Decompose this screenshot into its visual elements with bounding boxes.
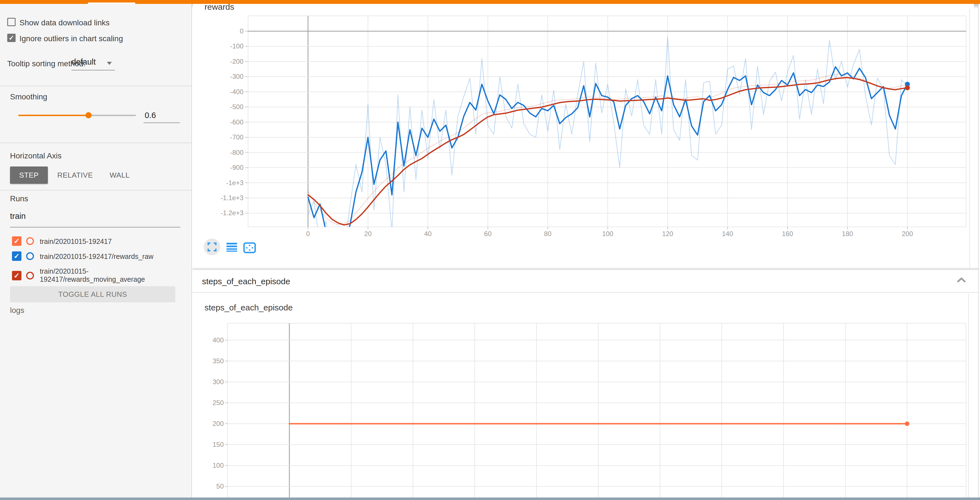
y-tick-label: 50 [216,482,224,490]
series-end-dot [905,85,910,90]
check-icon: ✓ [14,272,20,279]
smoothing-label: Smoothing [10,92,47,101]
chevron-down-icon[interactable] [107,62,112,65]
logs-link[interactable]: logs [10,306,24,315]
ignore-outliers-label: Ignore outliers in chart scaling [19,34,123,43]
toggle-all-runs-button[interactable]: TOGGLE ALL RUNS [10,286,175,303]
y-tick-label: -200 [230,57,243,65]
slider-track-filled[interactable] [18,115,89,116]
run-checkbox[interactable]: ✓ [12,236,21,246]
expand-icon[interactable] [208,242,216,252]
dropdown-underline [72,70,115,70]
y-tick-label: 0 [240,27,243,35]
run-label[interactable]: train/20201015-192417 [40,237,112,245]
x-tick-label: 80 [544,230,552,237]
run-color-circle[interactable] [26,237,34,245]
y-tick-label: 350 [213,357,224,365]
x-tick-label: 0 [306,230,310,237]
y-tick-label: 250 [213,399,224,406]
runs-label: Runs [10,194,28,203]
y-tick-label: -800 [230,149,243,156]
section-header[interactable]: steps_of_each_episode [192,269,978,293]
x-tick-label: 40 [424,230,431,237]
run-checkbox[interactable]: ✓ [12,252,21,261]
collapse-chevron-icon[interactable] [957,277,966,282]
run-label[interactable]: train/20201015-192417/rewards_moving_ave… [40,267,180,283]
axis-wall-button[interactable]: WALL [110,171,130,180]
check-icon: ✓ [9,35,14,41]
run-checkbox[interactable]: ✓ [12,271,21,280]
axis-step-button[interactable]: STEP [10,167,48,184]
y-tick-label: 100 [213,462,224,469]
y-tick-label: -1.2e+3 [221,209,243,217]
runs-filter-underline [10,227,180,228]
y-tick-label: 300 [213,378,224,385]
x-tick-label: 140 [722,230,733,237]
x-tick-label: 100 [602,230,613,237]
settings-sidebar: Show data download links ✓ Ignore outlie… [0,4,192,497]
tooltip-sorting-dropdown[interactable]: default [72,57,96,67]
scrollbar-track[interactable] [978,4,980,497]
divider [0,86,192,86]
x-tick-label: 160 [782,230,793,237]
show-data-download-links-checkbox[interactable] [7,18,16,26]
check-icon: ✓ [14,253,20,260]
runs-filter-input[interactable]: train [10,212,25,221]
slider-track-empty[interactable] [89,115,136,116]
check-icon: ✓ [14,237,20,245]
show-data-download-links-label: Show data download links [19,18,110,27]
smoothing-value-input[interactable]: 0.6 [145,111,179,120]
run-color-circle[interactable] [26,272,34,280]
y-tick-label: 150 [213,441,224,448]
y-tick-label: -600 [230,118,243,126]
x-tick-label: 60 [484,230,492,237]
runs-selector-icon[interactable] [226,243,237,252]
y-tick-label: -700 [230,133,243,141]
rewards-chart[interactable]: 0204060801001201401601802000-100-200-300… [192,0,971,270]
x-tick-label: 20 [364,230,372,237]
steps-chart[interactable]: 40035030025020015010050 [192,295,971,497]
y-tick-label: -100 [230,42,243,50]
horizontal-axis-label: Horizontal Axis [10,151,62,160]
run-color-circle[interactable] [26,252,34,260]
tensorboard-app: Show data download links ✓ Ignore outlie… [0,0,980,500]
y-tick-label: -1e+3 [226,179,243,186]
y-tick-label: -500 [230,103,243,110]
x-tick-label: 180 [842,230,853,237]
series-end-dot [905,422,909,426]
y-tick-label: 400 [213,336,224,344]
bottom-edge-band [0,497,980,500]
x-tick-label: 120 [662,230,673,237]
y-tick-label: -400 [230,88,243,96]
section-title: steps_of_each_episode [202,277,290,286]
run-label[interactable]: train/20201015-192417/rewards_raw [40,253,154,261]
smoothing-slider-thumb[interactable] [86,112,92,118]
y-tick-label: -300 [230,73,243,80]
y-tick-label: -900 [230,164,243,171]
divider [0,143,192,143]
smoothing-input-underline [143,123,180,123]
divider [0,190,192,190]
x-tick-label: 200 [902,230,913,237]
ignore-outliers-checkbox[interactable]: ✓ [7,34,16,42]
y-tick-label: 200 [213,420,224,427]
fit-domain-icon[interactable] [243,242,256,253]
axis-relative-button[interactable]: RELATIVE [57,171,93,180]
y-tick-label: -1.1e+3 [221,194,243,202]
